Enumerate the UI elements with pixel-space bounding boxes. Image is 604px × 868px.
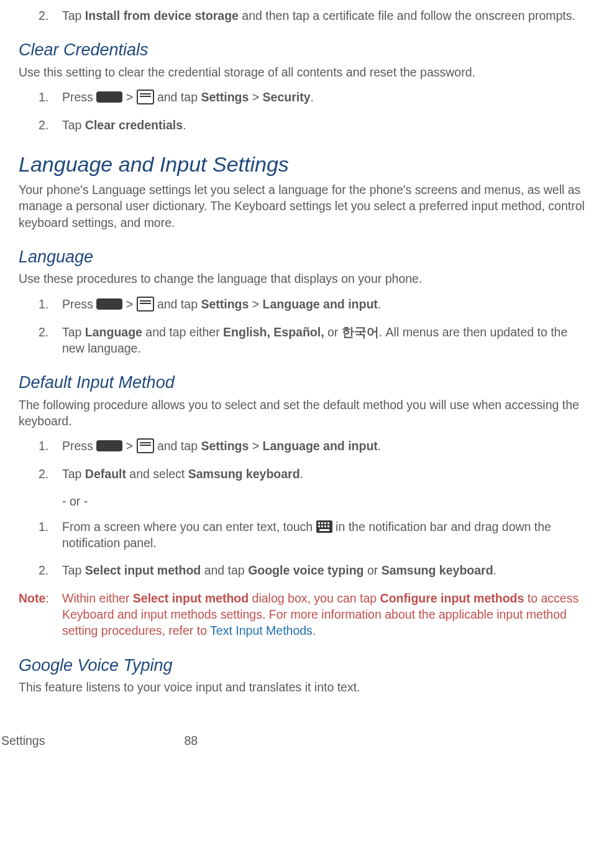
text: Within either bbox=[62, 591, 133, 605]
step-number: 1. bbox=[39, 438, 48, 454]
intro-steps: 2. Tap Install from device storage and t… bbox=[19, 7, 585, 24]
step-number: 1. bbox=[39, 519, 48, 535]
keyboard-icon bbox=[316, 520, 332, 533]
text: and select bbox=[126, 467, 188, 481]
bold: Language and input bbox=[263, 297, 378, 311]
step-number: 2. bbox=[39, 117, 48, 133]
desc-clear-credentials: Use this setting to clear the credential… bbox=[19, 64, 585, 80]
steps-default-input-b: 1. From a screen where you can enter tex… bbox=[19, 519, 585, 579]
bold: Settings bbox=[201, 90, 249, 104]
step-number: 2. bbox=[39, 562, 48, 578]
heading-language: Language bbox=[19, 246, 585, 268]
bold: Language bbox=[85, 325, 142, 339]
text: . bbox=[378, 297, 381, 311]
text: . bbox=[183, 118, 186, 132]
footer-page-number: 88 bbox=[184, 732, 198, 749]
bold: Settings bbox=[201, 297, 249, 311]
text: > bbox=[122, 439, 136, 453]
text: Tap bbox=[62, 325, 85, 339]
text: Tap bbox=[62, 467, 85, 481]
text: > bbox=[122, 90, 136, 104]
bold: Configure input methods bbox=[380, 591, 524, 605]
text: . bbox=[311, 90, 314, 104]
text: Press bbox=[62, 439, 96, 453]
step-number: 1. bbox=[39, 89, 48, 105]
note-block: Note: Within either Select input method … bbox=[19, 590, 585, 639]
note-label: Note: bbox=[19, 590, 49, 606]
text: or bbox=[324, 325, 342, 339]
text: Tap bbox=[62, 563, 85, 577]
bold: Security bbox=[263, 90, 311, 104]
desc-default-input-method: The following procedure allows you to se… bbox=[19, 397, 585, 430]
bold: Samsung keyboard bbox=[382, 563, 493, 577]
bold: Install from device storage bbox=[85, 9, 239, 22]
bold: Clear credentials bbox=[85, 118, 183, 132]
bold: Samsung keyboard bbox=[188, 467, 300, 481]
text: and tap bbox=[154, 297, 201, 311]
text: Tap bbox=[62, 118, 85, 132]
text: dialog box, you can tap bbox=[249, 591, 380, 605]
bold: Google voice typing bbox=[248, 563, 364, 577]
page-footer: Settings 88 bbox=[0, 732, 604, 761]
step-press-language-input: 1. Press > and tap Settings > Language a… bbox=[19, 438, 585, 455]
link-text-input-methods[interactable]: Text Input Methods bbox=[210, 624, 313, 637]
step-number: 2. bbox=[39, 7, 48, 24]
menu-button-icon bbox=[137, 90, 154, 104]
text: > bbox=[122, 297, 136, 311]
bold: Select input method bbox=[133, 591, 249, 605]
text: and tap bbox=[154, 90, 201, 104]
bold: 한국어 bbox=[342, 325, 379, 339]
text: Note bbox=[19, 591, 45, 605]
desc-google-voice-typing: This feature listens to your voice input… bbox=[19, 679, 585, 695]
text: From a screen where you can enter text, … bbox=[62, 520, 316, 533]
home-button-icon bbox=[96, 440, 122, 451]
step-number: 2. bbox=[39, 466, 48, 482]
text: Tap bbox=[62, 9, 85, 22]
desc-language-input-settings: Your phone's Language settings let you s… bbox=[19, 182, 585, 231]
steps-clear-credentials: 1. Press > and tap Settings > Security. … bbox=[19, 89, 585, 133]
text: > bbox=[249, 439, 262, 453]
bold: Settings bbox=[201, 439, 249, 453]
text: and tap either bbox=[142, 325, 223, 339]
text: and then tap a certificate file and foll… bbox=[239, 9, 575, 22]
text: . bbox=[300, 467, 303, 481]
step-press-settings-security: 1. Press > and tap Settings > Security. bbox=[19, 89, 585, 106]
text: > bbox=[249, 297, 262, 311]
text: . bbox=[313, 624, 316, 637]
step-touch-keyboard-icon: 1. From a screen where you can enter tex… bbox=[19, 519, 585, 552]
text: > bbox=[249, 90, 262, 104]
menu-button-icon bbox=[137, 438, 154, 453]
heading-language-input-settings: Language and Input Settings bbox=[19, 150, 585, 179]
desc-language: Use these procedures to change the langu… bbox=[19, 270, 585, 287]
step-select-input-method: 2. Tap Select input method and tap Googl… bbox=[19, 562, 585, 578]
text: : bbox=[45, 591, 48, 605]
step-tap-default-samsung: 2. Tap Default and select Samsung keyboa… bbox=[19, 466, 585, 482]
text: . bbox=[378, 439, 381, 453]
heading-google-voice-typing: Google Voice Typing bbox=[19, 654, 585, 676]
text: and tap bbox=[201, 563, 248, 577]
text: Press bbox=[62, 90, 96, 104]
step-number: 1. bbox=[39, 296, 48, 312]
step-press-language-input: 1. Press > and tap Settings > Language a… bbox=[19, 296, 585, 313]
steps-language: 1. Press > and tap Settings > Language a… bbox=[19, 296, 585, 356]
bold: Language and input bbox=[263, 439, 378, 453]
step-tap-clear-credentials: 2. Tap Clear credentials. bbox=[19, 117, 585, 133]
text: and tap bbox=[154, 439, 201, 453]
step-tap-language-choice: 2. Tap Language and tap either English, … bbox=[19, 324, 585, 357]
or-separator: - or - bbox=[19, 493, 585, 509]
menu-button-icon bbox=[137, 297, 154, 312]
step-number: 2. bbox=[39, 324, 48, 340]
footer-section: Settings bbox=[1, 732, 45, 749]
text: . bbox=[493, 563, 496, 577]
steps-default-input-a: 1. Press > and tap Settings > Language a… bbox=[19, 438, 585, 482]
heading-default-input-method: Default Input Method bbox=[19, 371, 585, 394]
text: Press bbox=[62, 297, 96, 311]
text: or bbox=[364, 563, 381, 577]
heading-clear-credentials: Clear Credentials bbox=[19, 39, 585, 61]
step-install-device-storage: 2. Tap Install from device storage and t… bbox=[19, 7, 585, 24]
home-button-icon bbox=[96, 91, 122, 103]
bold: English, Español, bbox=[223, 325, 324, 339]
home-button-icon bbox=[96, 298, 122, 310]
bold: Default bbox=[85, 467, 126, 481]
bold: Select input method bbox=[85, 563, 201, 577]
